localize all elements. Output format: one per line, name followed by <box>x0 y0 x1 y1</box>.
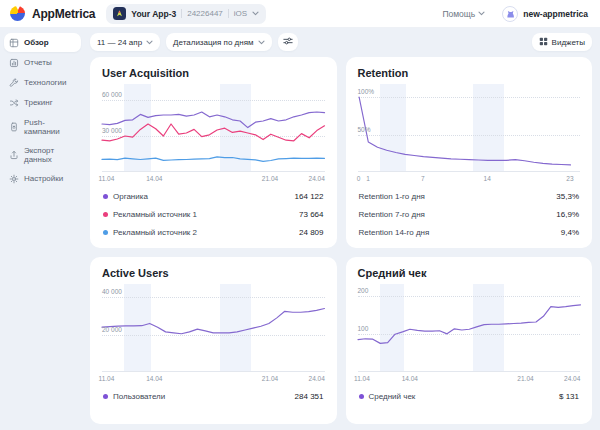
legend-value: 24 809 <box>299 228 323 237</box>
chart-x-axis: 11.0414.0421.0424.04 <box>358 373 581 386</box>
report-icon <box>9 58 19 68</box>
export-icon <box>9 150 19 160</box>
chart-lines <box>102 88 325 172</box>
date-range-label: 11 — 24 апр <box>97 38 142 47</box>
legend-value: 16,9% <box>556 210 579 219</box>
legend-row[interactable]: Рекламный источник 173 664 <box>102 205 325 223</box>
legend-value: 73 664 <box>299 210 323 219</box>
legend-value: 35,3% <box>556 192 579 201</box>
legend-value: 9,4% <box>561 228 579 237</box>
x-tick-label: 24.04 <box>564 375 580 382</box>
chart-card-retention: Retention 100%50% 0171423 Retention 1-го… <box>346 57 593 248</box>
sidebar-item-overview[interactable]: Обзор <box>4 33 81 52</box>
topbar: AppMetrica Your App-3 24226447 iOS Помощ… <box>0 0 600 28</box>
legend-value: $ 131 <box>559 392 579 401</box>
y-tick-label: 40 000 <box>102 288 122 295</box>
x-tick-label: 11.04 <box>99 175 115 182</box>
x-tick-label: 1 <box>366 175 370 182</box>
chart-x-axis: 11.0414.0421.0424.04 <box>102 173 325 186</box>
legend-row[interactable]: Retention 14-го дня9,4% <box>358 223 581 241</box>
chart-legend: Retention 1-го дня35,3%Retention 7-го дн… <box>358 187 581 241</box>
user-menu[interactable]: new-appmetrica <box>502 6 588 22</box>
legend-dot-icon <box>103 394 108 399</box>
sidebar-item-data-export[interactable]: Экспорт данных <box>4 141 81 168</box>
legend-row[interactable]: Пользователи284 351 <box>102 387 325 405</box>
granularity-select[interactable]: Детализация по дням <box>166 33 271 51</box>
legend-label: Рекламный источник 2 <box>113 228 197 237</box>
username: new-appmetrica <box>523 9 588 19</box>
app-id: 24226447 <box>187 9 223 18</box>
chart-title: Средний чек <box>358 267 581 279</box>
sidebar-item-push-campaigns[interactable]: Push-кампании <box>4 113 81 140</box>
app-name: Your App-3 <box>131 9 176 19</box>
brand-title: AppMetrica <box>32 7 95 21</box>
date-range-select[interactable]: 11 — 24 апр <box>90 33 160 51</box>
chevron-down-icon <box>258 40 265 45</box>
separator <box>181 9 182 18</box>
filter-button[interactable] <box>278 33 298 51</box>
y-tick-label: 100% <box>358 88 375 95</box>
help-menu[interactable]: Помощь <box>442 9 485 19</box>
widgets-button[interactable]: Виджеты <box>532 33 592 51</box>
chart-plot[interactable]: 40 00020 000 <box>102 288 325 372</box>
chart-card-average-check: Средний чек 200100 11.0414.0421.0424.04 … <box>346 257 593 424</box>
legend-row[interactable]: Органика164 122 <box>102 187 325 205</box>
legend-label: Retention 7-го дня <box>359 210 425 219</box>
sidebar-item-reports[interactable]: Отчеты <box>4 53 81 72</box>
sidebar-item-label: Отчеты <box>24 58 52 67</box>
x-tick-label: 21.04 <box>262 175 278 182</box>
sidebar-item-label: Обзор <box>24 38 49 47</box>
x-tick-label: 14 <box>484 175 491 182</box>
sidebar-item-label: Экспорт данных <box>24 146 76 164</box>
x-tick-label: 23 <box>566 175 573 182</box>
x-tick-label: 24.04 <box>309 375 325 382</box>
sidebar-item-label: Push-кампании <box>24 118 76 136</box>
legend-label: Retention 1-го дня <box>359 192 425 201</box>
sidebar-item-technologies[interactable]: Технологии <box>4 73 81 92</box>
legend-row[interactable]: Средний чек$ 131 <box>358 387 581 405</box>
legend-label: Рекламный источник 1 <box>113 210 197 219</box>
sidebar-item-tracking[interactable]: Трекинг <box>4 93 81 112</box>
chart-x-axis: 0171423 <box>358 173 581 186</box>
chart-plot[interactable]: 60 00030 000 <box>102 88 325 172</box>
chart-legend: Органика164 122Рекламный источник 173 66… <box>102 187 325 241</box>
cards-grid: User Acquisition 60 00030 000 11.0414.04… <box>90 57 592 424</box>
legend-value: 284 351 <box>295 392 324 401</box>
chevron-down-icon <box>252 11 259 16</box>
separator <box>228 9 229 18</box>
app-platform: iOS <box>234 9 247 18</box>
app-selector[interactable]: Your App-3 24226447 iOS <box>106 4 266 24</box>
legend-row[interactable]: Retention 1-го дня35,3% <box>358 187 581 205</box>
chart-card-user-acquisition: User Acquisition 60 00030 000 11.0414.04… <box>90 57 337 248</box>
x-tick-label: 14.04 <box>146 375 162 382</box>
gear-icon <box>9 174 19 184</box>
chart-x-axis: 11.0414.0421.0424.04 <box>102 373 325 386</box>
sidebar-item-settings[interactable]: Настройки <box>4 169 81 188</box>
x-tick-label: 11.04 <box>354 375 370 382</box>
legend-row[interactable]: Рекламный источник 224 809 <box>102 223 325 241</box>
legend-dot-icon <box>359 394 364 399</box>
x-tick-label: 14.04 <box>146 175 162 182</box>
avatar <box>502 6 518 22</box>
wrench-icon <box>9 78 19 88</box>
tracking-icon <box>9 98 19 108</box>
legend-label: Пользователи <box>113 392 165 401</box>
x-tick-label: 14.04 <box>402 375 418 382</box>
legend-row[interactable]: Retention 7-го дня16,9% <box>358 205 581 223</box>
chart-legend: Средний чек$ 131 <box>358 387 581 405</box>
chart-title: Retention <box>358 67 581 79</box>
legend-value: 164 122 <box>295 192 324 201</box>
y-tick-label: 20 000 <box>102 326 122 333</box>
legend-dot-icon <box>103 194 108 199</box>
chart-lines <box>102 288 325 372</box>
app-icon <box>113 7 126 20</box>
chart-plot[interactable]: 100%50% <box>358 88 581 172</box>
chart-lines <box>358 88 581 172</box>
x-tick-label: 21.04 <box>262 375 278 382</box>
series-line <box>102 309 325 334</box>
y-tick-label: 200 <box>358 287 369 294</box>
series-line <box>102 124 325 141</box>
chart-plot[interactable]: 200100 <box>358 288 581 372</box>
series-line <box>102 157 325 161</box>
legend-label: Органика <box>113 192 148 201</box>
